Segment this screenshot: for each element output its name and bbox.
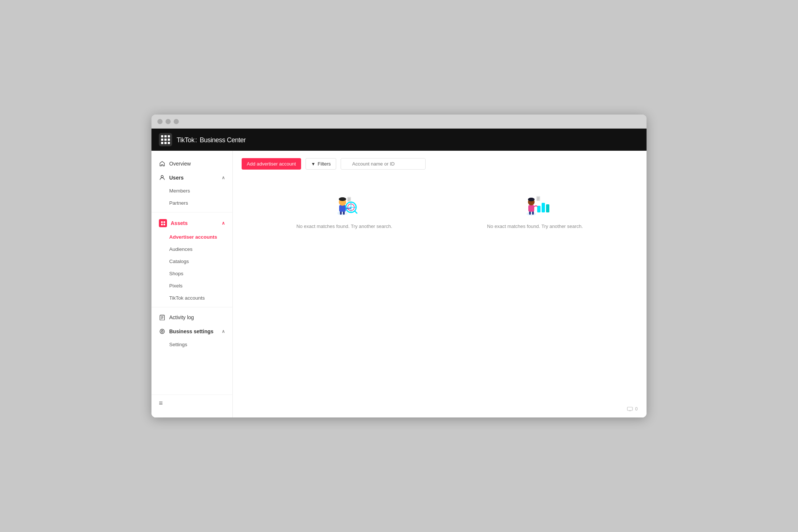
activity-log-label: Activity log [169,314,194,320]
empty-states: No exact matches found. Try another sear… [242,192,638,229]
home-icon [159,160,166,167]
grid-dots [161,135,170,144]
sidebar-item-members[interactable]: Members [151,185,232,197]
top-nav: TikTok: Business Center [151,129,647,151]
sidebar-item-catalogs[interactable]: Catalogs [151,255,232,267]
svg-point-16 [339,197,346,201]
svg-rect-28 [546,204,549,212]
empty-state-text-right: No exact matches found. Try another sear… [487,224,583,229]
sidebar-bottom: ≡ [151,395,232,412]
empty-state-right: No exact matches found. Try another sear… [447,192,623,229]
search-container: 🔍 [341,158,426,170]
business-settings-chevron: ∧ [222,329,225,334]
sidebar-item-business-settings[interactable]: Business settings ∧ [151,324,232,338]
tiktok-logo: TikTok: Business Center [177,135,246,144]
sidebar-item-users[interactable]: Users ∧ [151,171,232,185]
pixels-label: Pixels [169,283,183,289]
svg-rect-26 [537,206,540,212]
content-wrapper: Add advertiser account ▼ Filters 🔍 [233,151,647,417]
empty-state-text-left: No exact matches found. Try another sear… [296,224,392,229]
users-label: Users [169,175,184,181]
svg-rect-14 [339,205,346,212]
add-advertiser-account-button[interactable]: Add advertiser account [242,158,301,170]
sidebar-item-assets[interactable]: Assets ∧ [151,215,232,231]
app-container: TikTok: Business Center Overview [151,129,647,417]
activity-log-icon [159,314,166,321]
empty-state-left: No exact matches found. Try another sear… [256,192,432,229]
sidebar-item-tiktok-accounts[interactable]: TikTok accounts [151,292,232,304]
filter-icon: ▼ [311,161,316,167]
sidebar-divider-1 [151,212,232,212]
tiktok-accounts-label: TikTok accounts [169,295,205,301]
svg-point-29 [526,212,536,216]
sidebar-item-pixels[interactable]: Pixels [151,280,232,292]
svg-point-34 [528,198,535,201]
footer-area: 0 [627,406,638,412]
main-layout: Overview Users ∧ Members [151,151,647,417]
empty-illustration-right [520,192,550,218]
members-label: Members [169,188,190,194]
footer-count: 0 [635,406,638,412]
collapse-sidebar-icon[interactable]: ≡ [159,399,163,407]
sidebar-item-advertiser-accounts[interactable]: Advertiser accounts [151,231,232,243]
business-settings-label: Business settings [169,328,214,334]
browser-dot-yellow [166,119,171,124]
advertiser-accounts-label: Advertiser accounts [169,234,217,240]
svg-rect-39 [627,407,632,410]
apps-grid-button[interactable] [159,133,172,146]
business-settings-icon [159,328,166,335]
audiences-label: Audiences [169,246,192,252]
svg-line-21 [355,211,357,213]
sidebar: Overview Users ∧ Members [151,151,233,417]
sidebar-item-audiences[interactable]: Audiences [151,243,232,255]
catalogs-label: Catalogs [169,259,189,264]
filters-button[interactable]: ▼ Filters [306,158,336,170]
search-input[interactable] [341,158,426,170]
content-area: Add advertiser account ▼ Filters 🔍 [233,151,647,417]
svg-rect-27 [542,203,545,212]
svg-rect-4 [163,224,165,225]
svg-rect-1 [161,221,163,223]
shops-label: Shops [169,271,183,276]
assets-icon [159,219,167,227]
svg-point-0 [161,175,163,178]
settings-label: Settings [169,342,187,347]
sidebar-item-settings[interactable]: Settings [151,338,232,351]
sidebar-item-activity-log[interactable]: Activity log [151,310,232,324]
sidebar-item-overview[interactable]: Overview [151,157,232,171]
svg-rect-32 [528,205,534,212]
browser-dot-green [174,119,179,124]
assets-chevron: ∧ [222,221,225,226]
svg-point-9 [160,329,164,334]
sidebar-item-partners[interactable]: Partners [151,197,232,209]
sidebar-divider-2 [151,307,232,307]
assets-label: Assets [171,220,188,226]
users-icon [159,174,166,181]
users-chevron: ∧ [222,175,225,180]
empty-illustration-left [330,192,359,218]
browser-dot-red [157,119,163,124]
sidebar-item-shops[interactable]: Shops [151,267,232,280]
browser-chrome [151,115,647,129]
svg-point-10 [161,331,163,332]
svg-rect-2 [163,221,165,223]
content-toolbar: Add advertiser account ▼ Filters 🔍 [242,158,638,170]
partners-label: Partners [169,200,188,206]
svg-rect-3 [161,224,163,225]
overview-label: Overview [169,161,191,167]
display-icon [627,407,633,411]
